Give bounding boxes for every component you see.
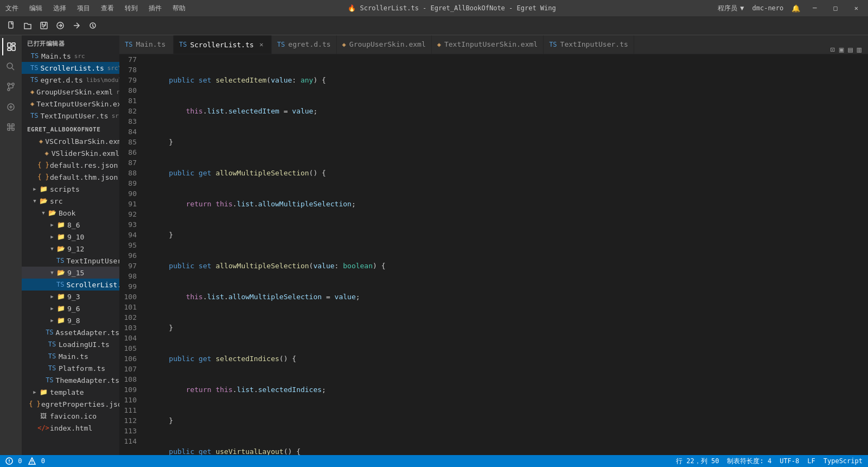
maximize-button[interactable]: □ bbox=[829, 4, 842, 12]
menu-select[interactable]: 选择 bbox=[53, 4, 66, 13]
tree-template-folder[interactable]: ▶ 📁 template bbox=[22, 386, 119, 398]
tree-asset-adapter-ts[interactable]: TS AssetAdapter.ts bbox=[22, 326, 119, 338]
code-content[interactable]: public set selectedItem(value: any) { th… bbox=[146, 54, 868, 455]
status-language[interactable]: TypeScript bbox=[824, 457, 863, 465]
tree-9-8-folder[interactable]: ▶ 📁 9_8 bbox=[22, 314, 119, 326]
tab-groupuser-exml[interactable]: ◈ GroupUserSkin.exml bbox=[337, 35, 432, 54]
tree-default-res-json[interactable]: { } default.res.json bbox=[22, 159, 119, 171]
tree-textinput-user-ts[interactable]: TS TextInputUser.ts bbox=[22, 255, 119, 267]
line-96: 96 bbox=[119, 250, 141, 261]
svg-rect-12 bbox=[10, 126, 12, 128]
open-file-textinput-skin[interactable]: ◈ TextInputUserSkin.exml resou... bbox=[22, 98, 119, 110]
title-bar: 文件 编辑 选择 项目 查看 转到 插件 帮助 🔥 ScrollerList.t… bbox=[0, 0, 868, 16]
open-file-scroller-ts[interactable]: TS ScrollerList.ts src\Book\9_15 bbox=[22, 62, 119, 74]
menu-view[interactable]: 查看 bbox=[101, 4, 114, 13]
tree-index-html[interactable]: </> index.html bbox=[22, 422, 119, 434]
build-button[interactable] bbox=[86, 18, 100, 33]
status-tab-size[interactable]: 制表符长度: 4 bbox=[727, 457, 771, 466]
layout-button-3[interactable]: ▥ bbox=[855, 45, 864, 54]
tree-scroller-list-ts[interactable]: TS ScrollerList.ts bbox=[22, 279, 119, 291]
tree-egretprops-json[interactable]: { } egretProperties.json bbox=[22, 398, 119, 410]
layout-button-2[interactable]: ▤ bbox=[846, 45, 854, 54]
tree-9-12-folder[interactable]: ▼ 📂 9_12 bbox=[22, 243, 119, 255]
open-file-main-ts[interactable]: TS Main.ts src bbox=[22, 50, 119, 62]
tree-8-6-label: 8_6 bbox=[67, 221, 80, 229]
tab-close-button[interactable]: ✕ bbox=[257, 40, 266, 49]
unknown-button-1[interactable] bbox=[53, 18, 67, 33]
new-file-button[interactable] bbox=[4, 18, 18, 33]
line-93: 93 bbox=[119, 219, 141, 230]
tree-9-8-label: 9_8 bbox=[67, 317, 80, 325]
notification-icon[interactable]: 🔔 bbox=[792, 4, 800, 12]
split-editor-button[interactable]: ⊡ bbox=[828, 45, 837, 54]
unknown-button-2[interactable] bbox=[69, 18, 84, 33]
tab-groupuser-exml-label: GroupUserSkin.exml bbox=[349, 40, 426, 48]
title-right: 程序员 ▼ dmc-nero 🔔 ─ □ ✕ bbox=[718, 4, 863, 13]
user-dropdown-icon[interactable]: ▼ bbox=[740, 4, 744, 12]
title-bar-menu[interactable]: 文件 编辑 选择 项目 查看 转到 插件 帮助 bbox=[5, 4, 186, 13]
open-file-egret-dts[interactable]: TS egret.d.ts libs\modules\egret bbox=[22, 74, 119, 86]
title-flame-icon: 🔥 bbox=[348, 4, 356, 12]
tree-theme-adapter-ts[interactable]: TS ThemeAdapter.ts bbox=[22, 374, 119, 386]
status-eol[interactable]: LF bbox=[807, 457, 815, 465]
tree-vscrollbar-exml[interactable]: ◈ VSCrollBarSkin.exml bbox=[22, 135, 119, 147]
line-numbers: 77 78 79 80 81 82 83 84 85 86 87 88 89 9… bbox=[119, 54, 146, 455]
line-88: 88 bbox=[119, 168, 141, 178]
activity-search[interactable] bbox=[2, 58, 20, 75]
status-position[interactable]: 行 22，列 50 bbox=[676, 457, 719, 466]
open-file-groupuser-exml[interactable]: ◈ GroupUserSkin.exml resource... bbox=[22, 86, 119, 98]
menu-edit[interactable]: 编辑 bbox=[29, 4, 42, 13]
status-warnings[interactable]: 0 bbox=[28, 457, 44, 465]
tab-textinput-skin-exml[interactable]: ◈ TextInputUserSkin.exml bbox=[432, 35, 544, 54]
tree-9-15-folder[interactable]: ▼ 📂 9_15 bbox=[22, 267, 119, 279]
line-91: 91 bbox=[119, 199, 141, 209]
tree-default-res-label: default.res.json bbox=[50, 161, 118, 169]
activity-debug[interactable] bbox=[2, 98, 20, 116]
line-104: 104 bbox=[119, 333, 141, 343]
tab-egret-dts[interactable]: TS egret.d.ts bbox=[272, 35, 337, 54]
menu-file[interactable]: 文件 bbox=[5, 4, 18, 13]
activity-git[interactable] bbox=[2, 78, 20, 96]
menu-plugin[interactable]: 插件 bbox=[149, 4, 162, 13]
tree-book-label: Book bbox=[59, 209, 75, 217]
tree-9-6-folder[interactable]: ▶ 📁 9_6 bbox=[22, 302, 119, 314]
status-errors[interactable]: 0 bbox=[5, 457, 22, 465]
tree-default-thm-json[interactable]: { } default.thm.json bbox=[22, 171, 119, 183]
tree-favicon-ico[interactable]: 🖼 favicon.ico bbox=[22, 410, 119, 422]
layout-button-1[interactable]: ▣ bbox=[837, 45, 846, 54]
tree-vslider-exml[interactable]: ◈ VSliderSkin.exml bbox=[22, 147, 119, 159]
menu-goto[interactable]: 转到 bbox=[125, 4, 138, 13]
status-bar: 0 0 行 22，列 50 制表符长度: 4 UTF-8 LF TypeScri… bbox=[0, 455, 868, 467]
tree-vscrollbar-label: VSCrollBarSkin.exml bbox=[45, 137, 119, 146]
line-84: 84 bbox=[119, 127, 141, 137]
line-85: 85 bbox=[119, 137, 141, 147]
tree-loading-ui-ts-label: LoadingUI.ts bbox=[59, 340, 110, 349]
tree-main-ts[interactable]: TS Main.ts bbox=[22, 350, 119, 362]
open-file-textinput-ts[interactable]: TS TextInputUser.ts src\Book\9_12 bbox=[22, 110, 119, 122]
close-button[interactable]: ✕ bbox=[850, 4, 863, 12]
menu-project[interactable]: 项目 bbox=[77, 4, 90, 13]
activity-extensions[interactable] bbox=[2, 118, 20, 136]
tree-loading-ui-ts[interactable]: TS LoadingUI.ts bbox=[22, 338, 119, 350]
status-encoding[interactable]: UTF-8 bbox=[780, 457, 799, 465]
minimize-button[interactable]: ─ bbox=[808, 4, 821, 12]
save-all-button[interactable] bbox=[37, 18, 51, 33]
tab-main-ts[interactable]: TS Main.ts bbox=[119, 35, 174, 54]
tab-scroller-list-ts[interactable]: TS ScrollerList.ts ✕ bbox=[174, 35, 272, 54]
tree-8-6-folder[interactable]: ▶ 📁 8_6 bbox=[22, 219, 119, 231]
tree-scripts-folder[interactable]: ▶ 📁 scripts bbox=[22, 183, 119, 195]
code-editor[interactable]: 77 78 79 80 81 82 83 84 85 86 87 88 89 9… bbox=[119, 54, 868, 455]
tree-9-10-folder[interactable]: ▶ 📁 9_10 bbox=[22, 231, 119, 243]
menu-help[interactable]: 帮助 bbox=[173, 4, 186, 13]
user-role[interactable]: 程序员 ▼ bbox=[718, 4, 744, 13]
open-file-main-ts-path: src bbox=[74, 53, 85, 60]
tree-9-3-folder[interactable]: ▶ 📁 9_3 bbox=[22, 291, 119, 302]
code-line-81: return this.list.allowMultipleSelection; bbox=[152, 199, 868, 209]
tab-textinput-user-ts[interactable]: TS TextInputUser.ts bbox=[544, 35, 634, 54]
activity-explorer[interactable] bbox=[2, 38, 20, 55]
open-file-button[interactable] bbox=[21, 18, 35, 33]
tree-platform-ts[interactable]: TS Platform.ts bbox=[22, 362, 119, 374]
tree-book-folder[interactable]: ▼ 📂 Book bbox=[22, 207, 119, 219]
tree-src-folder[interactable]: ▼ 📂 src bbox=[22, 195, 119, 207]
folder-icon: 📁 bbox=[56, 232, 65, 241]
